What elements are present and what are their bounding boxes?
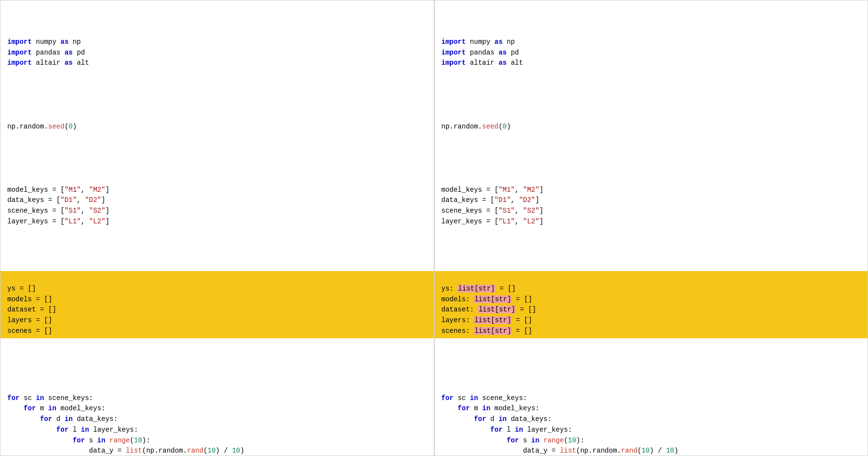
left-panel: import numpy as np import pandas as pd i… bbox=[0, 0, 434, 456]
right-code-block: import numpy as np import pandas as pd i… bbox=[442, 5, 861, 456]
right-panel: import numpy as np import pandas as pd i… bbox=[434, 0, 868, 456]
right-lists-highlighted: ys: list[str] = [] models: list[str] = [… bbox=[435, 271, 868, 338]
left-seed: np.random.seed(0) bbox=[7, 111, 427, 132]
main-container: import numpy as np import pandas as pd i… bbox=[0, 0, 868, 456]
left-code-block: import numpy as np import pandas as pd i… bbox=[7, 5, 427, 456]
right-seed: np.random.seed(0) bbox=[442, 111, 861, 132]
left-keys: model_keys = ["M1", "M2"] data_keys = ["… bbox=[7, 174, 427, 227]
right-keys: model_keys = ["M1", "M2"] data_keys = ["… bbox=[442, 174, 861, 227]
left-lists-highlighted: ys = [] models = [] dataset = [] layers … bbox=[0, 271, 434, 338]
right-imports: import numpy as np import pandas as pd i… bbox=[442, 37, 861, 69]
left-imports: import numpy as np import pandas as pd i… bbox=[7, 37, 427, 69]
left-loops: for sc in scene_keys: for m in model_key… bbox=[7, 383, 427, 456]
right-loops: for sc in scene_keys: for m in model_key… bbox=[442, 383, 861, 456]
